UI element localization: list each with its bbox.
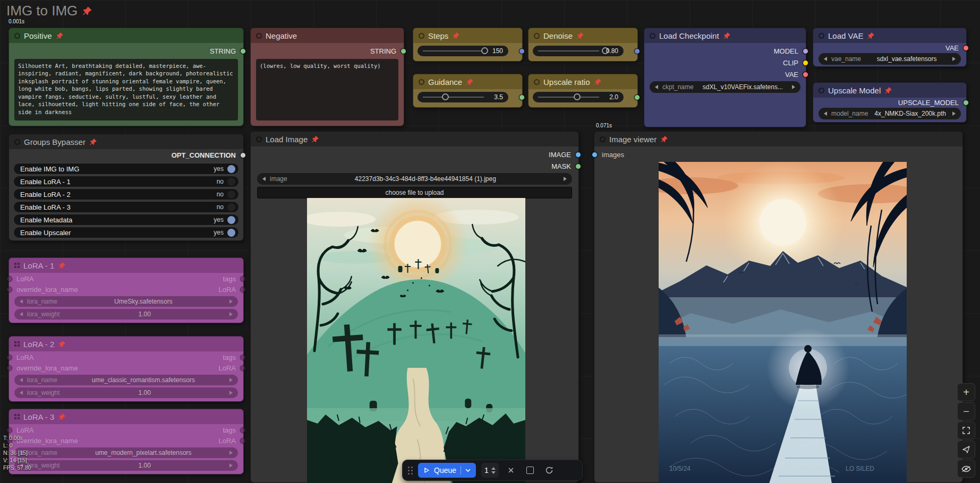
toggle-visibility-button[interactable] [957, 460, 975, 478]
output-port-float[interactable] [634, 48, 640, 54]
node-load-vae-header[interactable]: Load VAE [813, 28, 966, 43]
node-load-vae[interactable]: Load VAE VAE vae_name sdxl_vae.safetenso… [813, 28, 967, 67]
lora-name-combo[interactable]: lora_name ume_classic_romantism.safetens… [14, 375, 238, 385]
chevron-down-icon[interactable] [465, 469, 471, 472]
zoom-out-button[interactable]: − [957, 402, 975, 420]
output-port-upscale-model[interactable] [963, 100, 969, 106]
select-mode-button[interactable] [957, 441, 975, 459]
combo-next-icon[interactable] [229, 378, 233, 382]
input-port-lora[interactable] [6, 276, 12, 282]
node-steps[interactable]: Steps 150 [413, 28, 523, 62]
node-steps-header[interactable]: Steps [413, 28, 522, 43]
output-port-tags[interactable] [240, 355, 246, 360]
comfyui-canvas[interactable]: IMG to IMG 0.001s Positive STRING Silhou… [0, 0, 980, 483]
guidance-slider[interactable]: 3.5 [417, 92, 508, 102]
toggle-enable-lora-3[interactable]: Enable LoRA - 3 no [13, 201, 239, 213]
prompt-textarea[interactable]: (lowres, low quality, worst quality) [256, 59, 398, 120]
node-positive[interactable]: Positive STRING Silhouette Art, breathta… [8, 28, 244, 126]
output-port-lora[interactable] [240, 365, 246, 371]
node-upscale-ratio-header[interactable]: Upscale ratio [529, 74, 637, 89]
collapse-toggle-icon[interactable] [819, 33, 824, 39]
input-port-lora[interactable] [6, 427, 12, 433]
decrement-icon[interactable] [491, 471, 496, 474]
toggle-knob[interactable] [227, 203, 235, 211]
combo-next-icon[interactable] [229, 312, 233, 316]
queue-button[interactable]: Queue [418, 463, 476, 478]
combo-prev-icon[interactable] [262, 177, 266, 181]
node-guidance-header[interactable]: Guidance [413, 74, 522, 89]
slider-knob[interactable] [481, 47, 488, 54]
toggle-enable-lora-1[interactable]: Enable LoRA - 1 no [13, 176, 239, 187]
ckpt-name-combo[interactable]: ckpt_name sdXL_v10VAEFix.safetens... [650, 81, 800, 93]
output-port-vae[interactable] [803, 72, 808, 77]
combo-prev-icon[interactable] [20, 299, 23, 304]
interrupt-button[interactable] [523, 463, 537, 477]
output-port-float[interactable] [634, 94, 640, 100]
output-port-tags[interactable] [240, 276, 246, 282]
denoise-slider[interactable]: 0.80 [533, 46, 624, 56]
output-port-model[interactable] [803, 48, 808, 54]
node-lora-2-header[interactable]: LoRA - 2 [9, 337, 243, 351]
node-load-image[interactable]: Load Image IMAGE MASK image 42237d3b-34c… [250, 131, 579, 483]
node-lora-2[interactable]: LoRA - 2 LoRA tags override_lora_name Lo… [8, 336, 244, 402]
node-load-checkpoint[interactable]: Load Checkpoint MODEL CLIP VAE ckpt_name… [644, 28, 806, 127]
output-port-float[interactable] [519, 94, 525, 100]
output-port-string[interactable] [400, 48, 406, 54]
output-port-lora[interactable] [240, 438, 246, 444]
node-negative[interactable]: Negative STRING (lowres, low quality, wo… [250, 28, 404, 126]
combo-prev-icon[interactable] [20, 391, 23, 395]
combo-prev-icon[interactable] [655, 85, 658, 89]
prompt-textarea[interactable]: Silhouette Art, breathtaking detailed, m… [14, 59, 238, 120]
combo-next-icon[interactable] [952, 57, 956, 61]
node-image-viewer-header[interactable]: Image viewer [594, 132, 962, 146]
slider-knob[interactable] [442, 93, 449, 100]
node-groups-bypasser[interactable]: Groups Bypasser OPT_CONNECTION Enable IM… [8, 134, 244, 241]
combo-next-icon[interactable] [229, 463, 233, 468]
output-port-int[interactable] [519, 48, 525, 54]
collapse-toggle-icon[interactable] [534, 33, 540, 39]
lora-weight-combo[interactable]: lora_weight 1.00 [14, 309, 238, 320]
input-port-override[interactable] [6, 365, 12, 371]
toggle-enable-lora-2[interactable]: Enable LoRA - 2 no [13, 188, 239, 200]
refresh-button[interactable] [542, 463, 556, 477]
collapse-toggle-icon[interactable] [600, 136, 606, 142]
choose-file-upload-button[interactable]: choose file to upload [257, 187, 572, 199]
combo-next-icon[interactable] [564, 177, 567, 181]
node-upscale-model[interactable]: Upscale Model UPSCALE_MODEL model_name 4… [813, 82, 967, 123]
vae-name-combo[interactable]: vae_name sdxl_vae.safetensors [819, 53, 961, 65]
upscale-ratio-slider[interactable]: 2.0 [533, 92, 624, 102]
combo-next-icon[interactable] [229, 451, 233, 455]
viewer-image[interactable]: 10/5/24 LO SILED [659, 162, 907, 483]
collapse-toggle-icon[interactable] [650, 33, 655, 39]
toggle-knob[interactable] [227, 178, 235, 186]
image-file-combo[interactable]: image 42237d3b-34c3-484d-8ff3-b4ee449418… [257, 173, 572, 185]
output-port-tags[interactable] [240, 427, 246, 433]
node-groups-bypasser-header[interactable]: Groups Bypasser [9, 134, 243, 149]
combo-prev-icon[interactable] [20, 312, 23, 316]
combo-prev-icon[interactable] [20, 378, 23, 382]
load-image-preview[interactable] [307, 198, 525, 483]
input-port-lora[interactable] [6, 355, 12, 360]
model-name-combo[interactable]: model_name 4x_NMKD-Siax_200k.pth [819, 108, 961, 119]
input-port-override[interactable] [6, 287, 12, 292]
toggle-enable-metadata[interactable]: Enable Metadata yes [13, 214, 239, 226]
group-title[interactable]: IMG to IMG [6, 3, 92, 19]
increment-icon[interactable] [491, 467, 496, 470]
collapse-toggle-icon[interactable] [14, 139, 20, 145]
combo-prev-icon[interactable] [824, 111, 827, 116]
clear-queue-button[interactable] [504, 463, 518, 477]
input-port-images[interactable] [592, 152, 598, 158]
toggle-enable-upscaler[interactable]: Enable Upscaler yes [13, 227, 239, 238]
combo-next-icon[interactable] [792, 85, 795, 89]
collapse-toggle-icon[interactable] [819, 88, 824, 93]
toggle-enable-img-to-img[interactable]: Enable IMG to IMG yes [13, 163, 239, 175]
node-upscale-model-header[interactable]: Upscale Model [813, 83, 966, 98]
node-guidance[interactable]: Guidance 3.5 [413, 74, 523, 108]
lora-name-combo[interactable]: lora_name ume_modern_pixelart.safetensor… [14, 447, 238, 458]
combo-next-icon[interactable] [229, 299, 233, 304]
collapse-toggle-icon[interactable] [419, 33, 424, 39]
node-positive-header[interactable]: Positive [9, 28, 243, 43]
lora-weight-combo[interactable]: lora_weight 1.00 [14, 387, 238, 398]
node-upscale-ratio[interactable]: Upscale ratio 2.0 [528, 74, 638, 108]
toggle-knob[interactable] [227, 165, 235, 173]
